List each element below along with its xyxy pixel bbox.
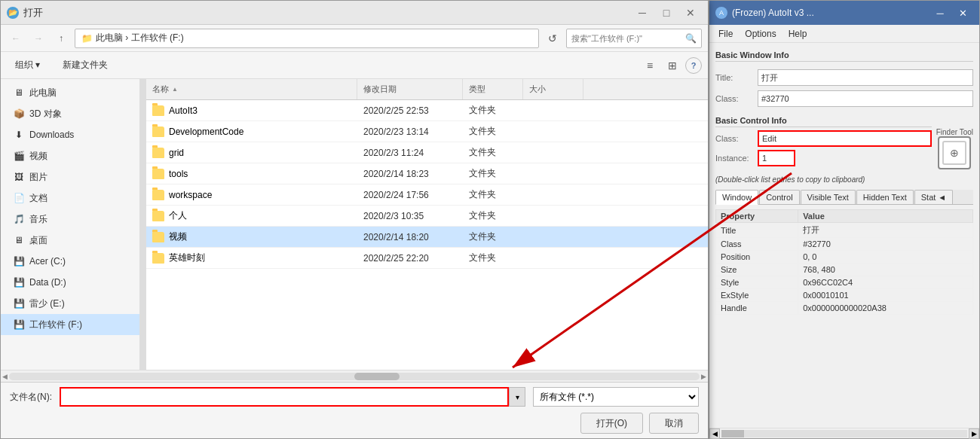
file-name: 视频 bbox=[169, 230, 187, 243]
search-box[interactable]: 🔍 bbox=[566, 29, 702, 48]
table-row[interactable]: 个人 2020/2/3 10:35 文件夹 bbox=[146, 206, 708, 227]
tab-window[interactable]: Window bbox=[715, 190, 758, 205]
autoit-app-icon: A bbox=[715, 7, 727, 19]
filename-dropdown-button[interactable]: ▾ bbox=[509, 387, 525, 407]
file-name-cell: 个人 bbox=[146, 209, 357, 222]
address-bar: ← → ↑ 📁 此电脑 › 工作软件 (F:) ↺ 🔍 bbox=[1, 25, 708, 52]
filetype-select[interactable]: 所有文件 (*.*) bbox=[533, 387, 699, 407]
menu-help[interactable]: Help bbox=[782, 26, 813, 42]
maximize-button[interactable]: □ bbox=[655, 4, 678, 22]
file-type: 文件夹 bbox=[463, 188, 523, 201]
scroll-right-arrow[interactable]: ▶ bbox=[969, 428, 979, 439]
back-button[interactable]: ← bbox=[7, 29, 25, 47]
organize-button[interactable]: 组织 ▾ bbox=[7, 55, 48, 76]
table-row[interactable]: grid 2020/2/3 11:24 文件夹 bbox=[146, 142, 708, 163]
hint-text: (Double-click list entries to copy to cl… bbox=[715, 174, 973, 185]
sidebar-item-work[interactable]: 💾 工作软件 (F:) bbox=[1, 314, 139, 335]
folder-icon bbox=[152, 148, 164, 158]
folder-icon bbox=[152, 190, 164, 200]
table-row[interactable]: 视频 2020/2/14 18:20 文件夹 bbox=[146, 227, 708, 248]
menu-file[interactable]: File bbox=[712, 26, 739, 42]
view-toggle-button[interactable]: ≡ bbox=[640, 56, 660, 75]
scroll-track[interactable] bbox=[9, 373, 700, 380]
filename-input[interactable] bbox=[60, 387, 509, 407]
table-row[interactable]: 英雄时刻 2020/2/25 22:20 文件夹 bbox=[146, 248, 708, 269]
resize-handle[interactable] bbox=[140, 79, 146, 370]
sidebar-item-pc[interactable]: 🖥 此电脑 bbox=[1, 82, 139, 103]
tab-hidden-text[interactable]: Hidden Text bbox=[856, 190, 914, 204]
scroll-thumb[interactable] bbox=[354, 373, 400, 380]
cancel-button[interactable]: 取消 bbox=[649, 413, 699, 434]
folder-icon bbox=[152, 253, 164, 264]
forward-button[interactable]: → bbox=[29, 29, 47, 47]
prop-row[interactable]: Position 0, 0 bbox=[716, 251, 973, 264]
tab-control[interactable]: Control bbox=[759, 190, 799, 204]
sidebar-item-data[interactable]: 💾 Data (D:) bbox=[1, 272, 139, 293]
column-header-date[interactable]: 修改日期 bbox=[357, 79, 463, 99]
sidebar-label-snow: 雷少 (E:) bbox=[29, 297, 133, 310]
autoit-minimize-button[interactable]: ─ bbox=[929, 5, 951, 21]
control-instance-value: 1 bbox=[758, 150, 795, 166]
scroll-thumb[interactable] bbox=[721, 430, 744, 437]
sidebar-icon-data: 💾 bbox=[13, 276, 25, 288]
sidebar-item-3d[interactable]: 📦 3D 对象 bbox=[1, 103, 139, 124]
sidebar-item-docs[interactable]: 📄 文档 bbox=[1, 187, 139, 209]
table-row[interactable]: tools 2020/2/14 18:23 文件夹 bbox=[146, 163, 708, 184]
scroll-bar[interactable] bbox=[721, 430, 967, 437]
prop-row[interactable]: Size 768, 480 bbox=[716, 264, 973, 276]
sidebar-item-music[interactable]: 🎵 音乐 bbox=[1, 209, 139, 230]
sidebar-label-work: 工作软件 (F:) bbox=[29, 319, 133, 331]
help-button[interactable]: ? bbox=[685, 57, 702, 74]
sidebar-item-videos[interactable]: 🎬 视频 bbox=[1, 145, 139, 166]
table-row[interactable]: AutoIt3 2020/2/25 22:53 文件夹 bbox=[146, 100, 708, 121]
new-folder-button[interactable]: 新建文件夹 bbox=[54, 55, 116, 76]
address-path[interactable]: 📁 此电脑 › 工作软件 (F:) bbox=[75, 29, 539, 48]
prop-name: Style bbox=[716, 276, 798, 289]
prop-name: Class bbox=[716, 238, 798, 251]
scroll-left-arrow[interactable]: ◀ bbox=[709, 428, 720, 439]
prop-row[interactable]: Style 0x96CC02C4 bbox=[716, 276, 973, 289]
file-list: 名称 ▲ 修改日期 类型 大小 AutoIt3 bbox=[146, 79, 708, 370]
finder-tool-button[interactable]: ⊕ bbox=[938, 136, 971, 169]
file-type: 文件夹 bbox=[463, 230, 523, 243]
search-input[interactable] bbox=[571, 34, 682, 43]
up-button[interactable]: ↑ bbox=[52, 29, 70, 47]
sidebar-item-acer[interactable]: 💾 Acer (C:) bbox=[1, 251, 139, 272]
table-row[interactable]: workspace 2020/2/24 17:56 文件夹 bbox=[146, 184, 708, 206]
sidebar-item-desktop[interactable]: 🖥 桌面 bbox=[1, 230, 139, 251]
sidebar-item-pictures[interactable]: 🖼 图片 bbox=[1, 166, 139, 187]
sidebar-icon-3d: 📦 bbox=[13, 108, 25, 120]
column-header-type[interactable]: 类型 bbox=[463, 79, 523, 99]
close-button[interactable]: ✕ bbox=[679, 4, 702, 22]
prop-row[interactable]: Class #32770 bbox=[716, 238, 973, 251]
sidebar-label-desktop: 桌面 bbox=[29, 234, 133, 247]
refresh-button[interactable]: ↺ bbox=[544, 29, 562, 47]
file-name-cell: AutoIt3 bbox=[146, 105, 357, 116]
autoit-title-bar: A (Frozen) AutoIt v3 ... ─ ✕ bbox=[709, 1, 979, 25]
prop-row[interactable]: ExStyle 0x00010101 bbox=[716, 289, 973, 302]
horizontal-scrollbar[interactable]: ◀ ▶ bbox=[1, 370, 708, 382]
file-name-cell: 英雄时刻 bbox=[146, 252, 357, 264]
prop-row[interactable]: Title 打开 bbox=[716, 223, 973, 238]
sidebar-item-snow[interactable]: 💾 雷少 (E:) bbox=[1, 293, 139, 314]
details-view-button[interactable]: ⊞ bbox=[663, 56, 682, 75]
menu-options[interactable]: Options bbox=[739, 26, 782, 42]
file-name-cell: DevelopmentCode bbox=[146, 127, 357, 137]
finder-tool-icon: ⊕ bbox=[942, 141, 966, 165]
table-row[interactable]: DevelopmentCode 2020/2/23 13:14 文件夹 bbox=[146, 121, 708, 142]
autoit-horizontal-scrollbar[interactable]: ◀ ▶ bbox=[709, 428, 979, 438]
prop-row[interactable]: Handle 0x0000000000020A38 bbox=[716, 302, 973, 315]
minimize-button[interactable]: ─ bbox=[631, 4, 654, 22]
file-name-cell: grid bbox=[146, 148, 357, 158]
column-header-name[interactable]: 名称 ▲ bbox=[146, 79, 357, 99]
tab-stat-◄[interactable]: Stat ◄ bbox=[914, 190, 954, 204]
open-button[interactable]: 打开(O) bbox=[580, 413, 643, 434]
filename-input-wrap: ▾ bbox=[60, 387, 525, 407]
tab-visible-text[interactable]: Visible Text bbox=[801, 190, 856, 204]
autoit-close-button[interactable]: ✕ bbox=[952, 5, 973, 21]
sidebar-item-downloads[interactable]: ⬇ Downloads bbox=[1, 124, 139, 145]
control-instance-row: Instance: 1 bbox=[715, 150, 932, 166]
column-header-size[interactable]: 大小 bbox=[523, 79, 583, 99]
file-type: 文件夹 bbox=[463, 125, 523, 138]
basic-control-info-section: Basic Control Info bbox=[715, 114, 932, 127]
